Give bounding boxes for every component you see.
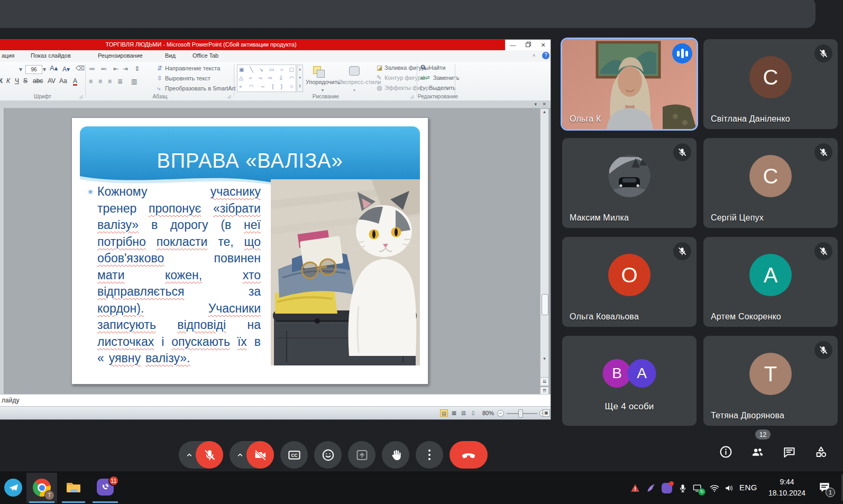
participant-tile-5[interactable]: OОльга Ковальова (562, 237, 697, 327)
participant-tile-6[interactable]: AАртем Сокоренко (703, 237, 838, 327)
participant-tile-8[interactable]: TТетяна Дворянова (703, 336, 838, 426)
end-call-button[interactable] (450, 441, 488, 469)
align-text-button[interactable]: Выровнять текст (165, 75, 210, 81)
help-icon[interactable]: ? (542, 52, 549, 59)
toolbar-dropdown-icon[interactable]: ▾ (534, 102, 537, 107)
microphone-tray-icon[interactable] (677, 482, 689, 494)
scroll-down-icon[interactable]: ▼ (540, 356, 548, 361)
captions-button[interactable]: CC (280, 441, 308, 469)
next-slide-button[interactable]: ⇊ (540, 377, 549, 386)
reading-view-icon[interactable]: ▥ (460, 409, 468, 417)
mic-options-chevron-icon[interactable] (183, 448, 196, 461)
mic-button[interactable] (179, 441, 223, 469)
wifi-tray-icon[interactable] (709, 482, 720, 494)
quick-styles-dropdown-icon[interactable]: ▾ (353, 87, 355, 94)
underline-icon[interactable]: Ч (15, 78, 19, 84)
toolbar-close-icon[interactable]: ✕ (542, 102, 546, 107)
activities-button[interactable] (809, 439, 833, 464)
tab-slideshow[interactable]: Показ слайдов (31, 52, 71, 59)
decrease-indent-icon[interactable]: ⇤ (113, 66, 118, 72)
ppt-title-bar[interactable]: ТОРГІВЛЯ ЛЮДЬМИ - Microsoft PowerPoint (… (0, 40, 551, 50)
warning-tray-icon[interactable] (629, 482, 641, 494)
slideshow-view-icon[interactable]: ▯ (469, 409, 477, 417)
participant-tile-3[interactable]: Максим Милка (562, 138, 697, 228)
arrange-button[interactable]: Упорядочить (306, 79, 340, 85)
font-name-dropdown-icon[interactable]: ▾ (19, 66, 22, 72)
select-button[interactable]: Выделить (429, 85, 456, 91)
chat-button[interactable] (777, 439, 801, 464)
participant-tile-7[interactable]: BAЩе 4 особи (562, 336, 697, 426)
collapse-ribbon-icon[interactable]: ˄ (533, 53, 535, 58)
clear-formatting-icon[interactable]: ⌫ (76, 65, 85, 71)
font-dialog-launcher-icon[interactable]: ◿ (79, 94, 83, 99)
font-size-input[interactable]: 96 (25, 65, 42, 74)
tab-view[interactable]: Вид (165, 52, 176, 59)
char-spacing-icon[interactable]: AV (48, 78, 56, 84)
scroll-up-icon[interactable]: ▲ (540, 109, 548, 114)
mic-off-icon[interactable] (196, 441, 223, 469)
columns-icon[interactable]: ▥ (131, 78, 137, 85)
fit-to-window-button[interactable]: ▣ (543, 409, 550, 417)
pen-tray-icon[interactable] (645, 482, 657, 494)
camera-options-chevron-icon[interactable] (234, 448, 246, 461)
telegram-icon[interactable] (4, 479, 22, 497)
taskbar-clock[interactable]: 9:44 18.10.2024 (763, 476, 811, 499)
screen-cast-tray-icon[interactable]: ↻ (692, 482, 703, 494)
line-spacing-icon[interactable]: ⇕ (134, 66, 140, 72)
drawing-dialog-launcher-icon[interactable]: ◿ (410, 94, 414, 99)
quick-styles-button[interactable]: Экспресс-стили (338, 79, 381, 85)
minimize-button[interactable]: — (510, 42, 516, 48)
zoom-slider-thumb[interactable] (518, 409, 523, 418)
volume-tray-icon[interactable] (723, 482, 735, 494)
notes-pane[interactable]: лайду (0, 394, 551, 406)
change-case-icon[interactable]: Aa (59, 78, 67, 84)
italic-icon[interactable]: К (6, 78, 10, 84)
strikethrough-icon[interactable]: S (23, 78, 28, 84)
participant-tile-1[interactable]: Ольга К (562, 39, 697, 129)
more-options-button[interactable] (416, 441, 443, 469)
font-color-icon[interactable]: A (73, 78, 77, 86)
convert-smartart-button[interactable]: Преобразовать в SmartArt (165, 85, 235, 91)
meeting-info-button[interactable] (713, 439, 738, 464)
bullets-icon[interactable]: ≔ (89, 66, 95, 72)
font-size-dropdown-icon[interactable]: ▾ (43, 66, 46, 72)
numbering-icon[interactable]: ≕ (100, 66, 107, 72)
slide-sorter-view-icon[interactable]: ▦ (450, 409, 458, 417)
slide-scrollbar[interactable]: ▲ ▼ (540, 108, 549, 385)
align-center-icon[interactable]: ≡ (98, 78, 102, 85)
justify-icon[interactable]: ≣ (117, 78, 123, 85)
tab-review[interactable]: Рецензирование (98, 52, 143, 59)
raise-hand-button[interactable] (382, 441, 409, 469)
tab-office-tab[interactable]: Office Tab (193, 52, 218, 59)
participant-tile-2[interactable]: CСвітлана Даніленко (703, 39, 838, 129)
bold-icon[interactable]: Ж (0, 78, 3, 84)
tab-animation-partial[interactable]: ация (2, 52, 15, 59)
shape-outline-button[interactable]: Контур фигуры (384, 75, 425, 81)
participant-tile-4[interactable]: CСергій Цепух (703, 138, 838, 228)
find-button[interactable]: Найти (429, 65, 445, 71)
close-button[interactable]: ✕ (540, 42, 545, 49)
camera-button[interactable] (230, 441, 274, 469)
zoom-out-button[interactable]: − (497, 410, 504, 417)
arrange-dropdown-icon[interactable]: ▾ (322, 87, 324, 94)
text-direction-button[interactable]: Направление текста (165, 65, 220, 71)
replace-button[interactable]: Заменить (433, 75, 459, 81)
slide[interactable]: ВПРАВА «ВАЛІЗА» ✳ Кожномуучасникутренерп… (71, 117, 428, 384)
restore-button[interactable] (526, 42, 531, 48)
align-left-icon[interactable]: ≡ (89, 78, 93, 85)
shapes-gallery-scroll[interactable]: ▴▾⊻ (297, 65, 303, 92)
shapes-gallery[interactable]: ▣╲↘▭○▢ △⌐¬⇨⇩◠ ⌁◠∼{}☆ (237, 65, 296, 92)
align-right-icon[interactable]: ≡ (108, 78, 112, 85)
strike-abc-icon[interactable]: abc (33, 78, 43, 84)
paragraph-dialog-launcher-icon[interactable]: ◿ (227, 94, 231, 99)
increase-indent-icon[interactable]: ⇥ (123, 66, 128, 72)
file-explorer-icon[interactable] (65, 479, 82, 496)
shrink-font-icon[interactable]: A▾ (62, 66, 70, 72)
grow-font-icon[interactable]: A▴ (50, 65, 58, 71)
normal-view-icon[interactable]: ▤ (440, 409, 448, 417)
reactions-button[interactable] (314, 441, 342, 469)
keyboard-language[interactable]: ENG (739, 483, 757, 492)
people-button[interactable]: 12 (745, 439, 769, 464)
camera-off-icon[interactable] (246, 441, 274, 469)
present-screen-button[interactable] (348, 441, 375, 469)
